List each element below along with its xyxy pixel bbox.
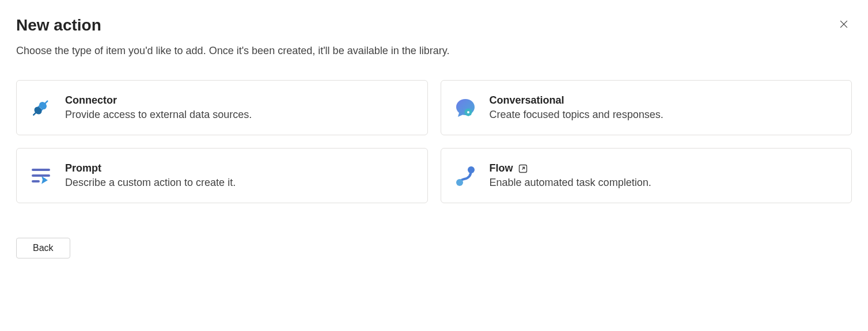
external-link-icon — [518, 163, 528, 174]
svg-point-21 — [456, 179, 463, 186]
card-flow[interactable]: Flow Enable automated task completion. — [441, 148, 852, 203]
svg-rect-9 — [468, 109, 469, 110]
card-prompt[interactable]: Prompt Describe a custom action to creat… — [16, 148, 428, 203]
card-description: Provide access to external data sources. — [65, 109, 252, 121]
page-title: New action — [16, 16, 101, 35]
svg-rect-10 — [468, 115, 469, 116]
card-connector[interactable]: Connector Provide access to external dat… — [16, 80, 428, 135]
back-button[interactable]: Back — [16, 238, 70, 258]
card-title: Prompt — [65, 162, 101, 174]
conversational-icon — [454, 96, 477, 119]
close-icon — [838, 18, 850, 32]
page-subtitle: Choose the type of item you'd like to ad… — [16, 45, 852, 57]
svg-point-8 — [467, 111, 469, 113]
flow-icon — [454, 164, 477, 187]
card-description: Create focused topics and responses. — [490, 109, 664, 121]
svg-rect-11 — [464, 112, 465, 113]
prompt-icon — [29, 164, 52, 187]
connector-icon — [29, 96, 52, 119]
card-description: Describe a custom action to create it. — [65, 177, 236, 189]
card-description: Enable automated task completion. — [490, 177, 651, 189]
card-title: Conversational — [490, 94, 564, 106]
card-conversational[interactable]: Conversational Create focused topics and… — [441, 80, 852, 135]
card-title: Flow — [490, 162, 513, 174]
svg-rect-12 — [471, 112, 472, 113]
close-button[interactable] — [836, 16, 852, 34]
card-title: Connector — [65, 94, 117, 106]
action-type-grid: Connector Provide access to external dat… — [16, 80, 852, 203]
